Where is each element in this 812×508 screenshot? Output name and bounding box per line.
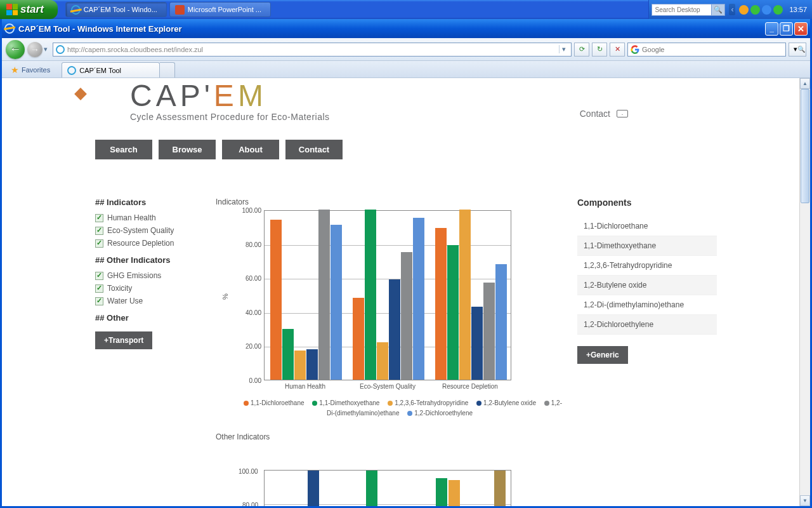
contact-link[interactable]: Contact — [580, 109, 628, 119]
page-viewport: CAP'EM Cycle Assessment Procedure for Ec… — [2, 78, 810, 506]
nav-search[interactable]: Search — [95, 140, 152, 159]
bar — [318, 210, 330, 380]
bar — [331, 225, 342, 380]
site-tagline: Cycle Assessment Procedure for Eco-Mater… — [130, 112, 717, 122]
bar — [282, 329, 294, 380]
checkbox-icon — [95, 272, 103, 280]
maximize-button[interactable]: ❐ — [780, 22, 793, 36]
y-axis-label: % — [221, 293, 229, 300]
section-header: Components — [577, 197, 717, 208]
bar — [483, 283, 495, 380]
add-generic-button[interactable]: +Generic — [577, 346, 628, 364]
address-dropdown-icon[interactable]: ▾ — [559, 45, 568, 53]
checkbox-human-health[interactable]: Human Health — [95, 213, 203, 222]
checkbox-icon — [95, 239, 103, 248]
stop-button[interactable]: ✕ — [610, 43, 625, 57]
logo-decoration-icon — [74, 88, 87, 100]
ie-icon — [70, 4, 81, 15]
site-header: CAP'EM Cycle Assessment Procedure for Ec… — [95, 78, 717, 122]
favorites-button[interactable]: ★ Favorites — [6, 62, 55, 77]
mail-icon — [617, 110, 628, 117]
window-title: CAP´EM Tool - Windows Internet Explorer — [18, 24, 181, 34]
clock[interactable]: 13:57 — [789, 6, 807, 13]
tray-expand-icon[interactable]: ‹ — [729, 4, 735, 15]
component-item[interactable]: 1,1-Dimethoxyethane — [577, 236, 717, 256]
section-header: ## Other — [95, 313, 203, 323]
url-text: http://capem.srocka.cloudbees.net/index.… — [67, 46, 556, 53]
compat-view-button[interactable]: ⟳ — [574, 43, 589, 57]
nav-browse[interactable]: Browse — [159, 140, 216, 159]
favorites-label: Favorites — [22, 66, 50, 74]
bar — [353, 298, 364, 380]
component-item[interactable]: 1,2-Dichloroethylene — [577, 315, 717, 335]
minimize-button[interactable]: _ — [765, 22, 778, 36]
scrollbar-thumb[interactable] — [801, 89, 809, 203]
nav-history-dropdown[interactable]: ▾ — [44, 45, 48, 53]
tray-icon[interactable] — [739, 5, 749, 15]
search-go-button[interactable]: ▾ — [789, 43, 806, 57]
desktop-search-input[interactable] — [652, 4, 712, 16]
google-icon — [631, 45, 639, 54]
component-item[interactable]: 1,2,3,6-Tetrahydropyridine — [577, 256, 717, 276]
back-button[interactable] — [6, 40, 25, 59]
taskbar-item-powerpoint[interactable]: Microsoft PowerPoint ... — [169, 2, 271, 17]
tray-network-icon[interactable] — [773, 5, 783, 15]
bar — [389, 279, 400, 380]
close-button[interactable]: ✕ — [794, 22, 808, 36]
bar — [365, 210, 376, 380]
powerpoint-icon — [175, 5, 185, 15]
nav-about[interactable]: About — [222, 140, 279, 159]
chart-title: Indicators — [216, 197, 565, 206]
scroll-down-button[interactable]: ▼ — [800, 495, 810, 506]
bar — [401, 252, 412, 380]
tray-icon[interactable] — [750, 5, 760, 15]
browser-tab[interactable]: CAP´EM Tool — [62, 62, 160, 77]
refresh-button[interactable]: ↻ — [592, 43, 607, 57]
start-label: start — [20, 3, 44, 16]
bar — [413, 218, 424, 380]
system-tray: 🔍 ‹ 13:57 — [648, 0, 812, 19]
site-logo: CAP'EM Cycle Assessment Procedure for Ec… — [130, 78, 717, 122]
vertical-scrollbar[interactable]: ▲ ▼ — [799, 78, 810, 506]
start-button[interactable]: start — [0, 0, 58, 19]
new-tab-button[interactable] — [160, 62, 175, 77]
checkbox-toxicity[interactable]: Toxicity — [95, 284, 203, 293]
bar — [447, 245, 459, 380]
address-bar[interactable]: http://capem.srocka.cloudbees.net/index.… — [53, 43, 572, 57]
bar — [306, 349, 318, 380]
tray-icon[interactable] — [762, 5, 771, 15]
ie-icon — [3, 22, 16, 35]
bar — [435, 228, 447, 380]
star-icon: ★ — [11, 65, 19, 75]
checkbox-icon — [95, 227, 103, 235]
charts-panel: Indicators % 1,1-Dichloroethane 1,1-Dime… — [216, 197, 565, 506]
ie-window: CAP´EM Tool - Windows Internet Explorer … — [0, 19, 812, 508]
checkbox-icon — [95, 297, 103, 305]
scroll-up-button[interactable]: ▲ — [800, 78, 810, 89]
checkbox-resource-depletion[interactable]: Resource Depletion — [95, 239, 203, 248]
component-item[interactable]: 1,2-Di-(dimethylamino)ethane — [577, 295, 717, 315]
component-item[interactable]: 1,2-Butylene oxide — [577, 276, 717, 295]
bar — [459, 210, 471, 380]
bar — [294, 351, 306, 380]
checkbox-ecosystem-quality[interactable]: Eco-System Quality — [95, 226, 203, 235]
add-transport-button[interactable]: +Transport — [95, 331, 152, 349]
forward-button — [27, 42, 43, 57]
chart-legend: 1,1-Dichloroethane 1,1-Dimethoxyethane 1… — [235, 398, 565, 418]
ie-tab-bar: ★ Favorites CAP´EM Tool — [2, 61, 810, 78]
main-nav: Search Browse About Contact — [95, 140, 717, 159]
taskbar-item-ie[interactable]: CAP´EM Tool - Windo... — [65, 2, 167, 17]
component-item[interactable]: 1,1-Dichloroethane — [577, 217, 717, 236]
search-bar[interactable] — [627, 43, 786, 57]
ie-icon — [67, 65, 77, 76]
search-input[interactable] — [642, 46, 783, 53]
chart-title: Other Indicators — [216, 432, 565, 441]
taskbar-item-label: Microsoft PowerPoint ... — [188, 6, 261, 13]
desktop-search-button[interactable]: 🔍 — [711, 4, 725, 16]
checkbox-ghg[interactable]: GHG Emissions — [95, 271, 203, 280]
checkbox-water-use[interactable]: Water Use — [95, 297, 203, 305]
section-header: ## Indicators — [95, 197, 203, 207]
bar — [270, 220, 282, 380]
nav-contact[interactable]: Contact — [285, 140, 343, 159]
page-icon — [55, 44, 65, 55]
